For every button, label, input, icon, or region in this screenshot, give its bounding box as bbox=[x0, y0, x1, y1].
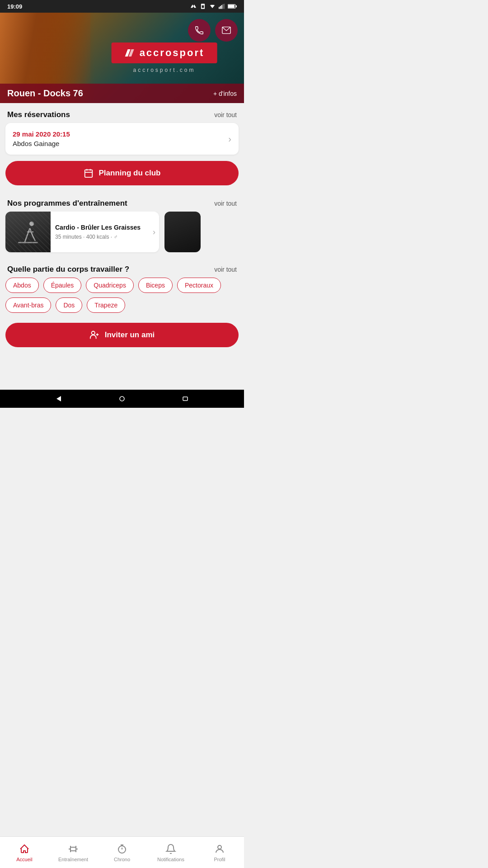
body-parts-see-all[interactable]: voir tout bbox=[214, 266, 237, 273]
body-part-pill[interactable]: Dos bbox=[56, 297, 82, 313]
android-nav bbox=[0, 390, 244, 408]
program-image-icon bbox=[14, 218, 42, 245]
program-card[interactable]: Cardio - Brûler Les Graisses 35 minutes … bbox=[5, 212, 159, 252]
back-button[interactable] bbox=[55, 395, 63, 403]
body-part-pill[interactable]: Abdos bbox=[5, 278, 39, 293]
more-info-link[interactable]: + d'infos bbox=[213, 90, 237, 97]
svg-rect-1 bbox=[202, 5, 204, 8]
reservations-header: Mes réservations voir tout bbox=[0, 103, 244, 123]
logo-icon bbox=[124, 48, 137, 57]
programs-title: Nos programmes d'entraînement bbox=[7, 199, 127, 208]
reservation-info: 29 mai 2020 20:15 Abdos Gainage bbox=[13, 130, 70, 147]
programs-scroll: Cardio - Brûler Les Graisses 35 minutes … bbox=[0, 212, 244, 258]
signal-icon bbox=[219, 3, 225, 9]
svg-rect-5 bbox=[220, 6, 221, 9]
svg-rect-18 bbox=[18, 242, 38, 243]
hero-section: accrosport accrosport.com Rouen - Docks … bbox=[0, 13, 244, 103]
programs-header: Nos programmes d'entraînement voir tout bbox=[0, 192, 244, 212]
reservation-card[interactable]: 29 mai 2020 20:15 Abdos Gainage › bbox=[5, 123, 239, 155]
reservation-date: 29 mai 2020 20:15 bbox=[13, 130, 70, 138]
hero-logo: accrosport accrosport.com bbox=[112, 42, 217, 73]
body-part-pill[interactable]: Quadriceps bbox=[86, 278, 134, 293]
program-title: Cardio - Brûler Les Graisses bbox=[55, 224, 148, 231]
sim-icon bbox=[200, 3, 206, 9]
svg-marker-33 bbox=[56, 396, 61, 401]
body-part-pill[interactable]: Biceps bbox=[138, 278, 173, 293]
logo-text: accrosport bbox=[124, 47, 205, 59]
body-part-pill[interactable]: Trapeze bbox=[87, 297, 125, 313]
person-add-icon bbox=[89, 330, 99, 340]
wifi-icon bbox=[209, 3, 216, 9]
reservations-title: Mes réservations bbox=[7, 110, 70, 119]
planning-button[interactable]: Planning du club bbox=[5, 161, 239, 185]
status-bar: 19:09 bbox=[0, 0, 244, 13]
body-part-pill[interactable]: Épaules bbox=[43, 278, 82, 293]
body-part-pill[interactable]: Pectoraux bbox=[177, 278, 221, 293]
mail-button[interactable] bbox=[215, 19, 238, 42]
svg-rect-4 bbox=[219, 7, 220, 9]
program-chevron-icon: › bbox=[153, 227, 159, 237]
invite-button[interactable]: Inviter un ami bbox=[5, 323, 239, 347]
location-text: Rouen - Docks 76 bbox=[7, 88, 83, 99]
mail-icon bbox=[221, 25, 231, 35]
calendar-icon bbox=[84, 168, 94, 178]
reservation-name: Abdos Gainage bbox=[13, 140, 70, 147]
program-info: Cardio - Brûler Les Graisses 35 minutes … bbox=[51, 219, 153, 245]
main-content: Mes réservations voir tout 29 mai 2020 2… bbox=[0, 103, 244, 390]
svg-rect-10 bbox=[228, 5, 235, 8]
hero-action-buttons bbox=[188, 19, 238, 42]
phone-button[interactable] bbox=[188, 19, 211, 42]
planning-button-label: Planning du club bbox=[99, 169, 161, 178]
svg-rect-13 bbox=[84, 170, 92, 178]
body-parts-title: Quelle partie du corps travailler ? bbox=[7, 265, 129, 274]
svg-rect-7 bbox=[222, 4, 223, 9]
chevron-right-icon: › bbox=[228, 134, 231, 144]
svg-rect-35 bbox=[183, 397, 188, 401]
svg-point-17 bbox=[29, 222, 34, 226]
programs-see-all[interactable]: voir tout bbox=[214, 200, 237, 207]
svg-point-19 bbox=[91, 331, 94, 335]
svg-point-34 bbox=[120, 396, 124, 401]
program-meta: 35 minutes · 400 kcals · ♂ bbox=[55, 234, 148, 240]
body-part-pill[interactable]: Avant-bras bbox=[5, 297, 51, 313]
home-button[interactable] bbox=[118, 395, 126, 403]
reservations-see-all[interactable]: voir tout bbox=[214, 111, 237, 118]
battery-icon bbox=[228, 4, 237, 9]
phone-icon bbox=[194, 25, 204, 35]
svg-rect-11 bbox=[236, 5, 237, 7]
invite-button-label: Inviter un ami bbox=[105, 330, 155, 340]
program-image bbox=[5, 212, 51, 252]
recents-button[interactable] bbox=[181, 395, 189, 403]
svg-rect-6 bbox=[221, 5, 222, 9]
status-icons bbox=[190, 3, 237, 10]
program-side-image bbox=[164, 212, 201, 252]
status-time: 19:09 bbox=[7, 3, 22, 10]
svg-rect-8 bbox=[224, 4, 225, 9]
drive-icon bbox=[190, 3, 197, 10]
body-parts-header: Quelle partie du corps travailler ? voir… bbox=[0, 258, 244, 278]
logo-box: accrosport bbox=[112, 42, 217, 63]
body-parts-list: AbdosÉpaulesQuadricepsBicepsPectorauxAva… bbox=[0, 278, 244, 316]
location-bar: Rouen - Docks 76 + d'infos bbox=[0, 84, 244, 103]
logo-sub: accrosport.com bbox=[133, 67, 195, 73]
